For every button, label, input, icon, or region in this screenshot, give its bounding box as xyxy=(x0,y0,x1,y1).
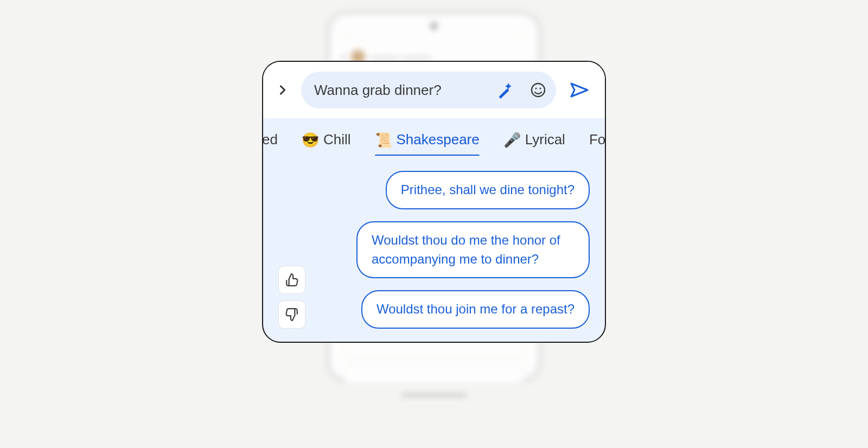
tab-chill[interactable]: 😎 Chill xyxy=(302,131,351,156)
thumbs-down-button[interactable] xyxy=(278,300,305,329)
thumbs-up-icon xyxy=(285,273,299,287)
magic-compose-panel: Wanna grab dinner? xyxy=(262,61,606,343)
svg-point-2 xyxy=(532,84,545,97)
microphone-emoji-icon: 🎤 xyxy=(503,133,521,147)
magic-compose-button[interactable] xyxy=(492,78,517,103)
thumbs-up-button[interactable] xyxy=(278,266,305,294)
tab-formal-partial[interactable]: For xyxy=(589,131,605,156)
tab-label: Shakespeare xyxy=(397,131,480,148)
svg-rect-1 xyxy=(499,88,509,99)
compose-row: Wanna grab dinner? xyxy=(263,62,605,118)
compose-input[interactable]: Wanna grab dinner? xyxy=(314,82,483,99)
emoji-picker-button[interactable] xyxy=(526,78,551,103)
suggestion-bubble[interactable]: Prithee, shall we dine tonight? xyxy=(386,171,590,209)
smiley-icon xyxy=(529,81,547,99)
scroll-emoji-icon: 📜 xyxy=(375,133,392,147)
suggestions-area: Prithee, shall we dine tonight? Wouldst … xyxy=(263,156,605,342)
expand-arrow-button[interactable] xyxy=(272,79,293,101)
tab-label: Chill xyxy=(323,131,351,148)
suggestion-bubble[interactable]: Wouldst thou join me for a repast? xyxy=(361,290,590,329)
svg-marker-0 xyxy=(505,83,512,89)
compose-pill: Wanna grab dinner? xyxy=(301,72,556,108)
feedback-column xyxy=(278,171,309,329)
suggestion-list: Prithee, shall we dine tonight? Wouldst … xyxy=(316,171,590,329)
sunglasses-emoji-icon: 😎 xyxy=(302,133,319,147)
magic-wand-icon xyxy=(496,81,513,99)
tab-shakespeare[interactable]: 📜 Shakespeare xyxy=(375,131,480,156)
tab-label: cited xyxy=(263,131,278,148)
tab-excited-partial[interactable]: cited xyxy=(263,131,278,156)
send-icon xyxy=(570,82,589,98)
thumbs-down-icon xyxy=(285,308,299,322)
send-button[interactable] xyxy=(567,78,592,103)
svg-point-4 xyxy=(539,87,541,89)
style-tabs: cited 😎 Chill 📜 Shakespeare 🎤 Lyrical Fo… xyxy=(263,118,605,156)
suggestion-bubble[interactable]: Wouldst thou do me the honor of accompan… xyxy=(356,221,590,279)
tab-label: Lyrical xyxy=(525,131,565,148)
chevron-right-icon xyxy=(277,82,289,98)
svg-point-3 xyxy=(535,87,537,89)
tab-lyrical[interactable]: 🎤 Lyrical xyxy=(503,131,565,156)
tab-label: For xyxy=(589,131,605,148)
